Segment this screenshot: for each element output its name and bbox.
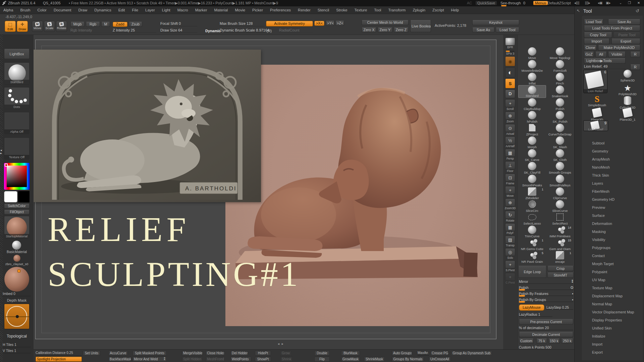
strip-item[interactable]: ◉ xyxy=(504,56,516,66)
tool-item-cylinder3d[interactable]: Cylinder3D xyxy=(614,96,641,109)
canvas-viewport[interactable]: A. BARTHOLDI RELIEF SCULPTING#1 ◂ ▸ xyxy=(34,35,503,349)
brush-item[interactable]: 1 NR Gems Cutte xyxy=(518,238,546,251)
subpalette-header[interactable]: Unified Skin xyxy=(582,324,644,332)
strip-item[interactable]: ◐ xyxy=(504,67,516,77)
subpalette-header[interactable]: Masking xyxy=(582,228,644,236)
flip-button[interactable]: Flip xyxy=(314,357,330,362)
subpalette-header[interactable]: Visibility xyxy=(582,236,644,244)
weldpoints-button[interactable]: WeldPoints O xyxy=(230,357,251,362)
auto-groups-button[interactable]: Auto Groups xyxy=(392,351,412,356)
subpalette-header[interactable]: Normal Map xyxy=(582,300,644,308)
see-through-slider[interactable]: See-through xyxy=(500,1,521,5)
strip-item[interactable]: ▦ Persp xyxy=(504,149,516,160)
strip-item[interactable]: ⊕ Zoom xyxy=(504,112,516,123)
store-mt-button[interactable]: StoreMT xyxy=(547,273,574,278)
goz-r-button[interactable]: R xyxy=(630,52,640,57)
brush-item[interactable]: SliceCurve xyxy=(546,200,574,213)
pbf-dot-icon[interactable]: • xyxy=(572,292,573,296)
shelf-save-as-button[interactable]: Save As xyxy=(472,27,494,33)
tool-slider[interactable]: Lion Relief. 49 xyxy=(584,64,626,69)
tool-import-button[interactable]: Import xyxy=(584,39,609,44)
brush-item[interactable]: 5 NR Pavé Grain xyxy=(518,251,546,263)
strip-item[interactable]: ½ AAHalf xyxy=(504,136,516,148)
tool-load-project-button[interactable]: Load Tools From Project xyxy=(584,25,640,31)
restore-icon[interactable]: ❐ xyxy=(628,1,631,5)
strip-icon[interactable]: ½ xyxy=(505,136,515,144)
goz-button[interactable]: GoZ xyxy=(584,52,594,57)
subpalette-header[interactable]: Vector Displacement Map xyxy=(582,308,644,316)
subpalette-header[interactable]: Subtool xyxy=(582,139,644,147)
custom-250k-button[interactable]: 250 k xyxy=(561,339,573,344)
menu-item[interactable]: Picker xyxy=(252,8,263,12)
subpalette-header[interactable]: Contact xyxy=(582,252,644,260)
menu-item[interactable]: Light xyxy=(162,8,170,12)
color-picker[interactable] xyxy=(4,163,30,190)
rgb-intensity-slider[interactable]: Rgb Intensity xyxy=(70,28,110,33)
tray-divider-arrows[interactable]: ◂▸ xyxy=(0,149,2,155)
reference-photo[interactable]: A. BARTHOLDI xyxy=(34,50,261,202)
shrink-button[interactable]: Shrink xyxy=(280,357,293,362)
current-material-thumb[interactable]: StartupMaterial xyxy=(4,216,30,239)
brush-item[interactable]: FormSoft xyxy=(546,60,574,72)
brush-item[interactable]: ZProject xyxy=(518,123,546,136)
activate-symmetry-button[interactable]: Activate Symmetry xyxy=(266,21,313,26)
subpalette-header[interactable]: Geometry HD xyxy=(582,195,644,203)
strip-icon[interactable]: ◐ xyxy=(505,67,515,77)
menu-item[interactable]: Zscript xyxy=(432,8,444,12)
subpalette-header[interactable]: ArrayMesh xyxy=(582,155,644,163)
subpalette-header[interactable]: Polypaint xyxy=(582,268,644,276)
subpalette-header[interactable]: Layers xyxy=(582,179,644,187)
edge-loop-button[interactable]: Edge Loop xyxy=(518,266,546,278)
make-polymesh3d-button[interactable]: Make PolyMesh3D xyxy=(598,45,640,51)
brush-item[interactable]: SK_Cloth xyxy=(546,149,574,162)
maxangle-slider[interactable]: MaxAn xyxy=(418,351,429,356)
spotlight-projection-button[interactable]: Spotlight Projection xyxy=(36,357,82,362)
tool-item-polymesh3d[interactable]: ★ PolyMesh3D xyxy=(614,84,641,96)
polish-by-groups-slider[interactable]: Polish By Groups• xyxy=(519,298,573,302)
brush-item[interactable]: SK_Carve xyxy=(518,149,546,162)
brush-item[interactable]: ClayBuildup xyxy=(518,98,546,111)
menu-item[interactable]: Stroke xyxy=(336,8,347,12)
brush-item[interactable]: ClipCurve xyxy=(546,187,574,200)
subpalette-header[interactable]: Surface xyxy=(582,212,644,220)
strip-item[interactable]: + C.Pivot xyxy=(504,273,516,284)
tool-item-sphere3d[interactable]: Sphere3D xyxy=(614,70,641,82)
brush-item[interactable]: SK_ClayFill xyxy=(518,162,546,174)
scale-button[interactable]: SScale xyxy=(44,21,55,32)
max-brush-size-slider[interactable]: Max Brush Size 128 xyxy=(220,21,264,26)
lightbox-tools-button[interactable]: Lightbox▶Tools xyxy=(584,58,626,64)
menu-item[interactable]: Macro xyxy=(177,8,188,12)
menu-item[interactable]: Marker xyxy=(195,8,207,12)
rgb-button[interactable]: Rgb xyxy=(86,22,100,27)
pbg-dot-icon[interactable]: • xyxy=(572,298,573,302)
brush-item[interactable]: 14 IMM Primitives xyxy=(546,225,574,238)
strip-item[interactable]: ↻ Rotate xyxy=(504,211,516,222)
strip-icon[interactable]: + xyxy=(505,273,515,281)
subpalette-header[interactable]: FiberMesh xyxy=(582,187,644,195)
brush-item[interactable]: Smooth Groups xyxy=(546,162,574,174)
brush-item[interactable]: SelectLasso xyxy=(518,213,546,225)
tool-paste-button[interactable]: Paste Tool xyxy=(613,32,640,38)
dynamic-brush-scale-slider[interactable]: Dynamic Brush Scale 8.97164 xyxy=(220,28,264,33)
menu-item[interactable]: Transform xyxy=(388,8,406,12)
strip-item[interactable]: ⊡ Frame xyxy=(504,174,516,185)
brush-item[interactable]: 15 Gem and Diam xyxy=(546,238,574,251)
brush-item[interactable]: SelectRect xyxy=(546,213,574,225)
menu-item[interactable]: Layer xyxy=(145,8,155,12)
strip-icon[interactable]: ◎ xyxy=(505,248,515,256)
move-button[interactable]: MMove xyxy=(32,21,43,32)
strip-item[interactable]: ◎ Solo xyxy=(504,248,516,259)
strip-icon[interactable]: ◉ xyxy=(505,56,515,66)
strip-icon[interactable]: + xyxy=(505,260,515,268)
group-as-dynamesh-sub-button[interactable]: Group As Dynamesh Sub xyxy=(451,351,492,356)
subpalette-header[interactable]: UV Map xyxy=(582,276,644,284)
dock-left-icon[interactable]: ◂▣ xyxy=(598,1,602,5)
menu-item[interactable]: Stencil xyxy=(318,8,329,12)
dynamic-label[interactable]: Dynamic xyxy=(205,29,221,33)
tool-item-simplebrush[interactable]: S SimpleBrush xyxy=(583,95,611,107)
menu-item[interactable]: Preferences xyxy=(270,8,291,12)
sym-z-button[interactable]: >Z< xyxy=(335,21,344,26)
groups-by-normals-button[interactable]: Groups By Normals xyxy=(392,357,424,362)
tool-item-plane3d[interactable]: Plane3D xyxy=(583,108,611,121)
color-picker-cursor[interactable] xyxy=(5,164,8,167)
